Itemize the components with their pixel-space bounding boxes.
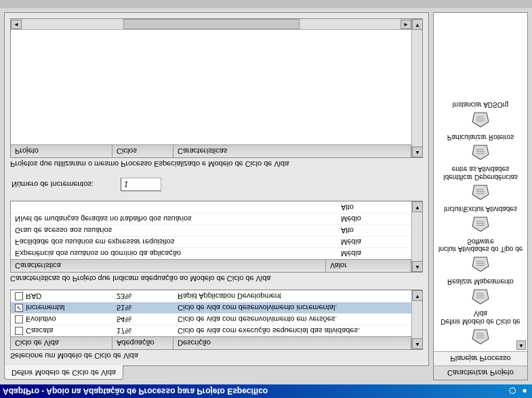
increments-input[interactable]: 1 [121, 178, 161, 191]
table-row[interactable]: Experiência dos usuários no domínio da a… [11, 247, 411, 259]
sidebar-item[interactable]: Incluir/Excluir Atividades [435, 204, 526, 235]
projects-hscrollbar[interactable]: ◄ ► [11, 19, 411, 30]
window-titlebar: AdaptPro - Apoio na Adaptação de Process… [0, 384, 532, 398]
table-row[interactable]: Evolutivo54%Ciclo de vida com desenvolvi… [11, 313, 411, 325]
table-row[interactable]: Grau de acesso aos usuáriosAlto [11, 224, 411, 236]
svg-marker-12 [472, 218, 489, 232]
projects-vscrollbar[interactable]: ▲ ▼ [411, 19, 422, 157]
lifecycle-name: RAD [26, 292, 41, 300]
characteristic-name: Nível de mudanças geradas no trabalho do… [11, 214, 337, 224]
svg-marker-16 [472, 185, 489, 199]
projects-col-ciclos[interactable]: Ciclos [112, 145, 173, 157]
scroll-down-icon[interactable]: ▼ [412, 290, 423, 301]
lifecycle-desc: Rapid Application Development [173, 291, 411, 302]
lifecycle-pct: 54% [112, 314, 173, 325]
sidebar-tab-caracterizar[interactable]: Caracterizar Projeto [434, 365, 527, 380]
scroll-right-icon[interactable]: ► [401, 20, 411, 29]
lifecycle-pct: 23% [112, 291, 173, 302]
document-icon [469, 215, 492, 234]
characteristic-name [11, 202, 337, 213]
characteristic-value: Médio [337, 214, 411, 224]
table-row[interactable]: Nível de mudanças geradas no trabalho do… [11, 213, 411, 224]
characteristics-col-name[interactable]: Característica [11, 260, 326, 272]
help-icon[interactable]: ● [520, 386, 529, 396]
lifecycle-col-name[interactable]: Ciclo de Vida [11, 337, 112, 349]
sidebar-item-label: Particularizar Roteiros [447, 134, 514, 142]
checkbox-icon[interactable] [15, 292, 23, 300]
lifecycle-name: Evolutivo [26, 315, 56, 323]
tab-definir-modelo[interactable]: Definir Modelo de Ciclo de Vida [4, 365, 123, 380]
sidebar-tab-planejar[interactable]: Planejar Processo [434, 351, 527, 365]
sidebar-item-label: Definir Modelo de Ciclo de Vida [436, 310, 525, 325]
projects-table: Projeto Ciclos Características ◄ ► ▲ [10, 18, 423, 158]
characteristic-value: Média [337, 237, 411, 247]
table-row[interactable]: Cascata17%Ciclo de vida com execução seq… [11, 325, 411, 336]
scroll-up-icon[interactable]: ▲ [412, 261, 423, 272]
table-row[interactable]: ✓Incremental51%Ciclo de vida com desenvo… [11, 302, 411, 313]
characteristics-scrollbar[interactable]: ▲ ▼ [411, 201, 422, 272]
characteristic-name: Facilidade dos usuários em expressar req… [11, 237, 337, 247]
characteristic-name: Experiência dos usuários no domínio da a… [11, 248, 337, 259]
table-row[interactable]: Facilidade dos usuários em expressar req… [11, 236, 411, 247]
sidebar-scroll-up-icon[interactable]: ▲ [516, 340, 526, 350]
document-icon [469, 255, 492, 274]
svg-marker-24 [472, 113, 489, 127]
characteristic-value: Alto [337, 202, 411, 213]
sidebar-item-label: Incluir/Excluir Atividades [444, 205, 517, 214]
lifecycle-scrollbar[interactable]: ▲ ▼ [411, 290, 422, 349]
table-row[interactable]: Alto [11, 201, 411, 213]
sidebar-item[interactable]: Realizar Mapeamento [435, 277, 526, 308]
increments-label: Número de Incrementos: [12, 180, 94, 188]
svg-marker-20 [472, 145, 489, 159]
svg-marker-8 [472, 258, 489, 272]
lifecycle-name: Cascata [26, 327, 53, 335]
sidebar-item[interactable]: Identificar Dependências entre as Ativid… [435, 164, 526, 203]
document-icon [469, 327, 492, 346]
lifecycle-section-label: Selecione um Modelo de Ciclo de Vida [10, 352, 423, 360]
characteristics-table: Característica Valor Experiência dos usu… [10, 201, 423, 273]
lifecycle-name: Incremental [26, 304, 64, 312]
document-icon [469, 287, 492, 306]
table-row[interactable]: RAD23%Rapid Application Development [11, 290, 411, 302]
document-icon [469, 182, 492, 201]
scroll-down-icon[interactable]: ▼ [412, 19, 423, 30]
lightbulb-icon[interactable]: ◌ [508, 386, 517, 396]
projects-section-label: Projetos que utilizaram o mesmo Processo… [10, 160, 423, 168]
characteristics-col-value[interactable]: Valor [326, 260, 411, 272]
projects-col-projeto[interactable]: Projeto [11, 145, 112, 157]
characteristics-section-label: Características do Projeto que Indicam a… [10, 275, 423, 283]
lifecycle-col-adequacao[interactable]: Adequação [112, 337, 173, 349]
sidebar-item[interactable]: Incluir Atividades do Tipo de Software [435, 237, 526, 275]
document-icon [469, 111, 492, 130]
checkbox-icon[interactable] [15, 315, 23, 323]
sidebar-item-label: Instanciar ADSOrg [453, 101, 509, 109]
svg-marker-0 [472, 330, 489, 344]
svg-marker-4 [472, 290, 489, 304]
sidebar-item-label: Incluir Atividades do Tipo de Software [436, 238, 525, 254]
characteristic-value: Média [337, 248, 411, 259]
main-content: Definir Modelo de Ciclo de Vida Selecion… [4, 12, 429, 380]
lifecycle-pct: 17% [112, 325, 173, 336]
window-title: AdaptPro - Apoio na Adaptação de Process… [3, 386, 268, 396]
scroll-up-icon[interactable]: ▲ [412, 146, 423, 157]
lifecycle-desc: Ciclo de vida com desenvolvimento em ver… [173, 314, 411, 325]
characteristic-name: Grau de acesso aos usuários [11, 225, 337, 236]
lifecycle-table: Ciclo de Vida Adequação Descrição Cascat… [10, 290, 423, 350]
projects-col-caracteristicas[interactable]: Características [173, 145, 411, 157]
sidebar-item[interactable]: Instanciar ADSOrg [435, 100, 526, 131]
scroll-up-icon[interactable]: ▲ [412, 338, 423, 349]
sidebar-item-label: Realizar Mapeamento [447, 278, 514, 286]
scrollbar-thumb[interactable] [123, 19, 300, 29]
checkbox-icon[interactable] [15, 327, 23, 335]
sidebar-item[interactable]: Particularizar Roteiros [435, 132, 526, 163]
checkbox-icon[interactable]: ✓ [15, 304, 23, 312]
sidebar-item-label: Identificar Dependências entre as Ativid… [436, 165, 525, 181]
lifecycle-desc: Ciclo de vida com execução sequencial da… [173, 325, 411, 336]
scroll-left-icon[interactable]: ◄ [11, 20, 22, 29]
main-tab-bar: Definir Modelo de Ciclo de Vida [4, 365, 429, 380]
scroll-down-icon[interactable]: ▼ [412, 201, 423, 212]
lifecycle-col-desc[interactable]: Descrição [173, 337, 411, 349]
document-icon [469, 142, 492, 161]
lifecycle-desc: Ciclo de vida com desenvolvimento increm… [173, 302, 411, 313]
sidebar-item[interactable]: Definir Modelo de Ciclo de Vida [435, 309, 526, 347]
